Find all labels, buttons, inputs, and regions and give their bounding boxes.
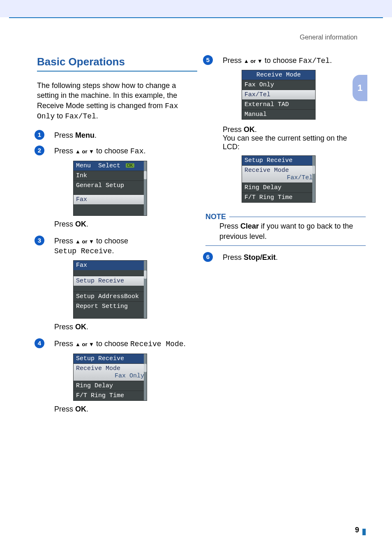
after5-c: You can see the current setting on the L… bbox=[223, 134, 347, 151]
lcd1-header: Menu Select OK bbox=[74, 161, 147, 171]
lcd5-r1-label: Receive Mode bbox=[244, 167, 289, 174]
lcd3-row-receive-mode: Receive Mode Fax Only bbox=[74, 363, 147, 381]
step3-a: Press bbox=[54, 237, 75, 245]
left-column: Basic Operations The following steps sho… bbox=[37, 56, 197, 421]
intro-text-2: to bbox=[55, 112, 65, 120]
press-ok-1-b: OK bbox=[75, 220, 86, 228]
after-step5: Press OK. You can see the current settin… bbox=[223, 125, 366, 151]
step-number-4: 4 bbox=[35, 338, 44, 348]
lcd2-scrollbar bbox=[144, 261, 147, 318]
note-body: Press Clear if you want to go back to th… bbox=[219, 221, 366, 241]
step5-c: . bbox=[330, 56, 332, 65]
step4-a: Press bbox=[54, 340, 75, 348]
lcd4-row-fax-tel: Fax/Tel bbox=[242, 90, 315, 99]
press-ok-2-b: OK bbox=[75, 323, 86, 331]
lcd-screen-5: Setup Receive Receive Mode Fax/Tel Ring … bbox=[242, 155, 316, 203]
press-ok-3-b: OK bbox=[75, 405, 86, 413]
step-number-1: 1 bbox=[35, 130, 44, 140]
lcd-screen-3: Setup Receive Receive Mode Fax Only Ring… bbox=[73, 354, 147, 401]
press-ok-2-a: Press bbox=[54, 323, 75, 331]
lcd1-scroll-nub bbox=[144, 171, 147, 179]
lcd1-row-fax: Fax bbox=[74, 194, 147, 204]
press-ok-2: Press OK. bbox=[54, 323, 197, 331]
lcd3-scroll-nub bbox=[144, 364, 147, 372]
step2-b: to choose bbox=[94, 147, 130, 155]
note-b: Clear bbox=[240, 222, 259, 230]
note-rule-bottom bbox=[205, 245, 366, 246]
step-number-3: 3 bbox=[35, 236, 44, 245]
after5-b: . bbox=[255, 125, 257, 134]
intro-text: The following steps show how to change a… bbox=[37, 81, 177, 110]
press-ok-3-a: Press bbox=[54, 405, 75, 413]
step1-b: Menu bbox=[75, 131, 95, 139]
section-rule bbox=[37, 71, 197, 72]
page-top-rule bbox=[9, 17, 383, 18]
running-head: General information bbox=[0, 34, 357, 41]
lcd3-scrollbar bbox=[144, 354, 147, 400]
section-heading: Basic Operations bbox=[37, 56, 197, 68]
step-number-6: 6 bbox=[203, 252, 213, 262]
lcd1-row-general: General Setup bbox=[74, 180, 147, 190]
step4-m: Receive Mode bbox=[130, 340, 184, 348]
lcd4-header: Receive Mode bbox=[242, 70, 315, 80]
lcd3-r1-label: Receive Mode bbox=[76, 365, 120, 372]
step3-b: to choose bbox=[94, 237, 128, 245]
intro-mono-2: Fax/Tel bbox=[65, 112, 96, 120]
step2-m: Fax bbox=[130, 147, 143, 155]
lcd3-row-ring-delay: Ring Delay bbox=[74, 381, 147, 391]
press-ok-1-c: . bbox=[86, 220, 88, 228]
step3-arrows: ▲ or ▼ bbox=[75, 238, 94, 245]
step5-arrows: ▲ or ▼ bbox=[244, 58, 263, 64]
intro-text-3: . bbox=[96, 112, 98, 120]
lcd1-row-ink: Ink bbox=[74, 171, 147, 180]
lcd2-row-setup-receive: Setup Receive bbox=[74, 276, 147, 286]
press-ok-2-c: . bbox=[86, 323, 88, 331]
lcd1-ok-badge: OK bbox=[126, 163, 134, 168]
intro-paragraph: The following steps show how to change a… bbox=[37, 81, 197, 121]
note-a: Press bbox=[219, 222, 240, 230]
lcd1-hdr-select: Select bbox=[98, 162, 120, 169]
lcd4-row-external-tad: External TAD bbox=[242, 99, 315, 109]
step-6: 6 Press Stop/Exit. bbox=[205, 252, 366, 262]
lcd1-scrollbar bbox=[144, 161, 147, 215]
press-ok-1: Press OK. bbox=[54, 220, 197, 229]
step6-a: Press bbox=[223, 253, 244, 261]
lcd3-r1-value: Fax Only bbox=[76, 372, 144, 379]
page-top-band bbox=[0, 0, 392, 17]
step-3: 3 Press ▲ or ▼ to choose Setup Receive. bbox=[37, 236, 197, 257]
page-number: 9 bbox=[355, 526, 359, 534]
step6-c: . bbox=[276, 253, 278, 261]
note-heading: NOTE bbox=[205, 213, 226, 221]
step2-c: . bbox=[143, 147, 145, 155]
lcd5-row-ring-delay: Ring Delay bbox=[242, 183, 315, 192]
step-number-2: 2 bbox=[35, 146, 44, 155]
lcd5-scroll-nub bbox=[312, 166, 315, 174]
step4-arrows: ▲ or ▼ bbox=[75, 341, 94, 347]
step-2: 2 Press ▲ or ▼ to choose Fax. bbox=[37, 146, 197, 156]
lcd2-row-addressbook: Setup AddressBook bbox=[74, 291, 147, 301]
note-block: NOTE Press Clear if you want to go back … bbox=[205, 213, 366, 246]
step2-arrows: ▲ or ▼ bbox=[75, 148, 94, 155]
press-ok-3-c: . bbox=[86, 405, 88, 413]
lcd-screen-2: Fax Setup Receive Setup AddressBook Repo… bbox=[73, 260, 147, 319]
lcd5-row-receive-mode: Receive Mode Fax/Tel bbox=[242, 165, 315, 183]
page-number-mark bbox=[362, 529, 366, 535]
lcd4-row-fax-only: Fax Only bbox=[242, 80, 315, 90]
step1-a: Press bbox=[54, 131, 75, 139]
lcd-screen-4: Receive Mode Fax Only Fax/Tel External T… bbox=[242, 70, 316, 120]
lcd1-hdr-menu: Menu bbox=[76, 162, 91, 169]
lcd4-row-manual: Manual bbox=[242, 109, 315, 119]
after5-a: Press bbox=[223, 125, 244, 134]
press-ok-3: Press OK. bbox=[54, 405, 197, 414]
step3-m: Setup Receive bbox=[54, 247, 112, 255]
lcd5-row-ft-ring: F/T Ring Time bbox=[242, 192, 315, 202]
lcd5-header: Setup Receive bbox=[242, 156, 315, 165]
step-1: 1 Press Menu. bbox=[37, 130, 197, 140]
lcd-screen-1: Menu Select OK Ink General Setup Fax bbox=[73, 161, 147, 216]
step4-b: to choose bbox=[94, 340, 130, 348]
step5-m: Fax/Tel bbox=[299, 57, 330, 65]
lcd3-header: Setup Receive bbox=[74, 354, 147, 363]
note-rule-top bbox=[229, 217, 366, 217]
lcd3-row-ft-ring: F/T Ring Time bbox=[74, 391, 147, 400]
lcd2-header: Fax bbox=[74, 261, 147, 270]
